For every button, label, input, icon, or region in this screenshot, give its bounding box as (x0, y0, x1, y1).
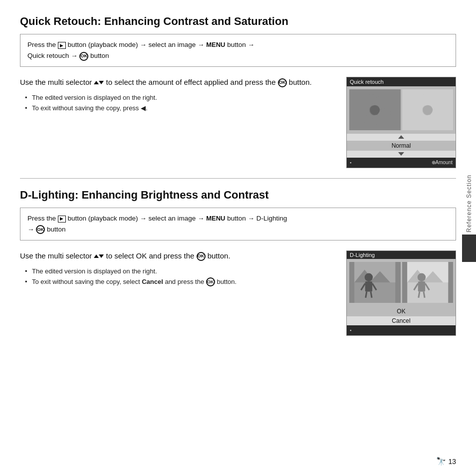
camera-bottom-bar-dl: ▪ (347, 325, 456, 335)
svg-point-19 (423, 105, 433, 115)
page-number-container: 🔭 13 (436, 457, 456, 466)
sidebar-container: Reference Section (462, 175, 476, 262)
playback-button-icon2: ▶ (58, 216, 66, 223)
camera-arrow-down-row (347, 151, 456, 158)
ok-button-icon2: OK (36, 225, 45, 234)
section2-title: D-Lighting: Enhancing Brightness and Con… (20, 189, 456, 202)
section2-bullet2: To exit without saving the copy, select … (25, 277, 336, 287)
ok-circle-inline3: OK (206, 277, 215, 286)
camera-thumb-right-dl (402, 262, 454, 303)
section2-content-left: Use the multi selector to select OK and … (20, 250, 336, 287)
sidebar-dark-box (462, 235, 476, 262)
ok-circle-inline1: OK (278, 78, 287, 87)
section1-content-left: Use the multi selector to select the amo… (20, 77, 336, 114)
svg-rect-35 (418, 281, 425, 292)
section2-instruction-box: Press the ▶ button (playback mode) → sel… (20, 208, 456, 240)
sidebar-label: Reference Section (466, 175, 473, 233)
person-svg-right (402, 262, 454, 303)
camera-bottom-bar-qr: ▪ ⊕Amount (347, 158, 456, 168)
instruction1-text: Press the ▶ button (playback mode) → sel… (27, 41, 254, 48)
svg-point-24 (365, 273, 373, 281)
menu-button-label2: MENU (206, 215, 225, 222)
section2-bullet1: The edited version is displayed on the r… (25, 266, 336, 277)
ok-circle-inline2: OK (197, 252, 206, 261)
section2-body-heading: Use the multi selector to select OK and … (20, 250, 336, 262)
instruction1-line2: Quick retouch → OK button (27, 52, 109, 59)
instruction2-line2: → OK button (27, 226, 66, 233)
svg-line-38 (418, 292, 419, 298)
camera-thumb-left-qr (349, 89, 401, 130)
camera-header-dl: D-Lighting (347, 251, 456, 259)
d-lighting-camera-screen: D-Lighting (346, 250, 456, 336)
camera-images-dl (347, 259, 456, 306)
camera-arrow-up-row (347, 134, 456, 141)
section1-content-row: Use the multi selector to select the amo… (20, 77, 456, 168)
flower-svg-left (349, 89, 401, 130)
svg-line-28 (366, 292, 367, 298)
section1-instruction-box: Press the ▶ button (playback mode) → sel… (20, 34, 456, 66)
svg-rect-25 (365, 281, 372, 292)
camera-normal-label: Normal (347, 141, 456, 151)
svg-line-29 (371, 292, 372, 298)
camera-bottom-icon-dl: ▪ (350, 328, 351, 333)
section1-body-heading: Use the multi selector to select the amo… (20, 77, 336, 88)
section-divider (20, 178, 456, 179)
section1-bullet2: To exit without saving the copy, press ◀… (25, 103, 336, 114)
svg-line-39 (424, 292, 425, 298)
menu-button-label: MENU (206, 41, 225, 48)
svg-point-34 (417, 273, 425, 281)
camera-cancel-label: Cancel (347, 316, 456, 325)
camera-images-qr (347, 86, 456, 134)
playback-button-icon: ▶ (58, 42, 66, 49)
camera-bottom-icon-qr: ▪ (350, 160, 351, 165)
quick-retouch-camera-screen: Quick retouch (346, 77, 456, 168)
camera-thumb-left-dl (349, 262, 401, 303)
instruction2-text: Press the ▶ button (playback mode) → sel… (27, 215, 287, 222)
section1-title: Quick Retouch: Enhancing Contrast and Sa… (20, 15, 456, 28)
flower-svg-right (402, 89, 454, 130)
page-number-text: 13 (448, 458, 456, 466)
binoculars-icon: 🔭 (436, 457, 446, 466)
section2-content-row: Use the multi selector to select OK and … (20, 250, 456, 336)
camera-thumb-right-qr (402, 89, 454, 130)
person-svg-left (349, 262, 401, 303)
ok-button-icon1: OK (79, 52, 88, 61)
section2-bullet-list: The edited version is displayed on the r… (25, 266, 336, 287)
section1-bullet1: The edited version is displayed on the r… (25, 93, 336, 103)
camera-amount-label: ⊕Amount (432, 160, 453, 165)
camera-header-qr: Quick retouch (347, 77, 456, 86)
section1-bullet-list: The edited version is displayed on the r… (25, 93, 336, 114)
svg-point-9 (370, 105, 380, 115)
camera-ok-label: OK (347, 306, 456, 316)
